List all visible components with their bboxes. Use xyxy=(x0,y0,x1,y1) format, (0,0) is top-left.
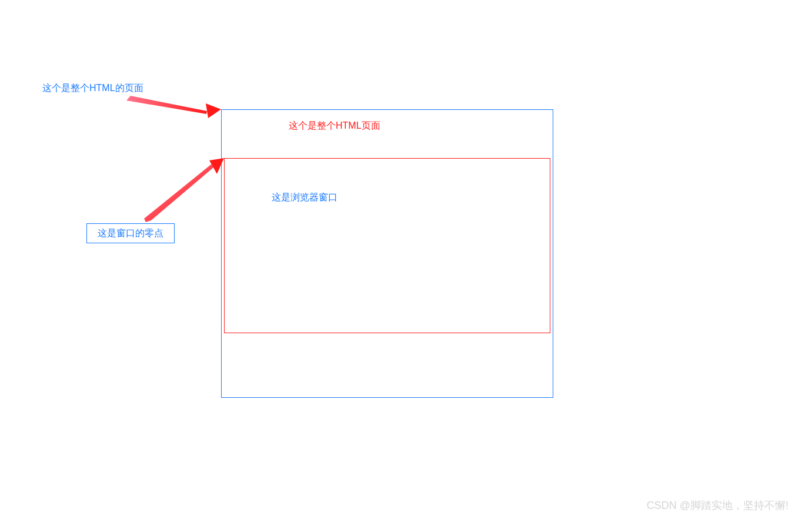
svg-marker-0 xyxy=(206,103,221,118)
arrow-to-window-zero xyxy=(144,158,224,222)
browser-window-box xyxy=(224,158,550,333)
window-zero-point-label: 这是窗口的零点 xyxy=(86,223,175,243)
html-page-label: 这个是整个HTML的页面 xyxy=(42,82,143,95)
arrow-to-html-page xyxy=(126,96,221,118)
browser-window-title: 这是浏览器窗口 xyxy=(272,192,338,204)
svg-marker-1 xyxy=(126,96,207,114)
svg-marker-3 xyxy=(144,164,213,222)
html-page-box-title: 这个是整个HTML页面 xyxy=(289,120,380,132)
watermark-text: CSDN @脚踏实地，坚持不懈! xyxy=(647,498,788,512)
